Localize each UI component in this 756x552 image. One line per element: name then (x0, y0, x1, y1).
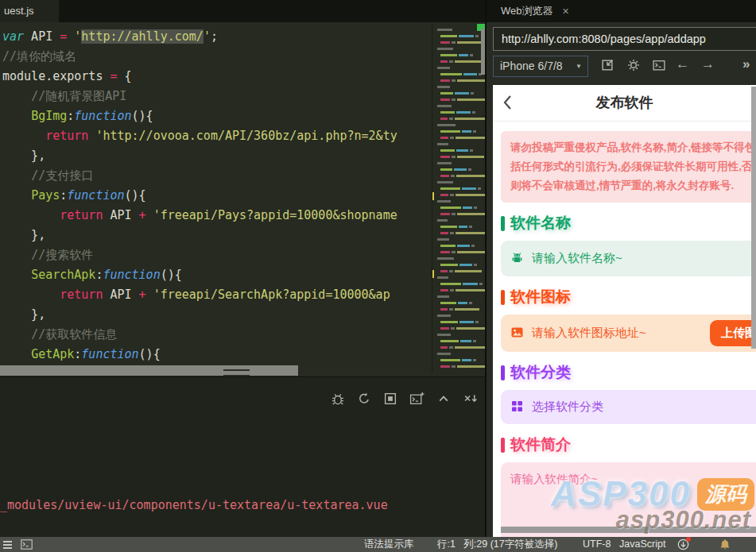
preview-horizontal-scrollbar[interactable] (501, 527, 756, 533)
section-header-category: 软件分类 (501, 362, 756, 383)
page-preview: 发布软件 请勿投稿严重侵权产品,软件名称,简介,链接等不得包括任何形式的引流行为… (493, 85, 756, 537)
hbuilderx-window: uest.js var API = 'http://ahlly.com/';//… (0, 0, 756, 552)
gear-icon[interactable] (626, 58, 641, 75)
new-terminal-icon[interactable] (409, 392, 425, 406)
section-header-intro: 软件简介 (501, 434, 756, 455)
editor-horizontal-scrollbar[interactable] (0, 365, 298, 376)
forward-icon[interactable]: → (701, 56, 715, 72)
console-toolbar (331, 392, 479, 406)
warning-notice: 请勿投稿严重侵权产品,软件名称,简介,链接等不得包括任何形式的引流行为,必须保证… (501, 131, 756, 203)
url-input[interactable]: http://ahlly.com:8080/pages/app/addapp (493, 27, 756, 51)
close-icon[interactable]: × (563, 0, 569, 22)
panel-resize-grip[interactable] (223, 369, 250, 376)
section-header-icon: 软件图标 (501, 287, 756, 307)
syntax-hint-status[interactable]: 语法提示库 (364, 537, 414, 552)
intro-textarea[interactable]: 请输入软件简介~ (501, 462, 756, 537)
status-bar: 语法提示库 行:1 列:29 (17字符被选择) UTF-8 JavaScrip… (0, 537, 756, 552)
app-name-placeholder: 请输入软件名称~ (532, 251, 622, 266)
section-title: 软件简介 (510, 434, 571, 455)
browser-tab-label: Web浏览器 (501, 0, 553, 22)
app-icon-placeholder: 请输入软件图标地址~ (532, 326, 646, 341)
terminal-icon[interactable] (21, 539, 33, 552)
collapse-panel-icon[interactable] (436, 392, 451, 406)
page-header: 发布软件 (493, 85, 756, 122)
category-placeholder: 选择软件分类 (532, 400, 603, 415)
menu-icon[interactable] (3, 539, 12, 549)
restart-icon[interactable] (357, 392, 371, 406)
android-icon (510, 251, 524, 267)
section-title: 软件图标 (510, 287, 571, 307)
editor-tab-request-js[interactable]: uest.js (0, 0, 59, 22)
back-chevron-icon[interactable] (499, 93, 517, 115)
back-icon[interactable]: ← (676, 56, 689, 72)
image-icon (510, 326, 524, 342)
code-editor[interactable]: var API = 'http://ahlly.com/';//填你的域名mod… (0, 22, 487, 376)
terminal-icon[interactable] (652, 58, 666, 75)
chevron-down-icon: ▼ (576, 56, 582, 76)
app-name-input[interactable]: 请输入软件名称~ (501, 241, 756, 276)
upload-image-button[interactable]: 上传图片 (710, 320, 756, 346)
grid-icon (510, 400, 524, 415)
code-text[interactable]: var API = 'http://ahlly.com/';//填你的域名mod… (2, 27, 430, 367)
device-select[interactable]: iPhone 6/7/8 ▼ (493, 56, 588, 77)
editor-tab-bar: uest.js (0, 0, 487, 22)
bell-icon[interactable] (719, 538, 731, 552)
clear-console-icon[interactable] (463, 392, 479, 406)
more-tools-icon[interactable]: » (742, 56, 750, 72)
page-title: 发布软件 (493, 85, 756, 121)
browser-tab[interactable]: Web浏览器 × (501, 0, 569, 22)
console-output-line[interactable]: _modules/uview-ui/components/u-textarea/… (0, 496, 388, 515)
debug-icon[interactable] (331, 392, 345, 406)
preview-vertical-scrollbar[interactable] (751, 87, 756, 349)
update-icon[interactable] (677, 538, 689, 552)
minimap-warning-tick (432, 192, 434, 200)
device-select-value: iPhone 6/7/8 (500, 60, 563, 72)
intro-placeholder: 请输入软件简介~ (510, 472, 598, 487)
encoding-status[interactable]: UTF-8 (583, 537, 611, 552)
section-title: 软件名称 (510, 213, 571, 234)
notification-dot (686, 537, 691, 542)
browser-tab-bar: Web浏览器 × (487, 0, 756, 22)
stop-icon[interactable] (383, 392, 397, 406)
section-title: 软件分类 (510, 362, 571, 383)
section-header-name: 软件名称 (501, 213, 756, 234)
cursor-position-status[interactable]: 行:1 列:29 (17字符被选择) (437, 537, 557, 552)
console-panel: _modules/uview-ui/components/u-textarea/… (0, 376, 487, 538)
editor-minimap[interactable] (432, 22, 487, 373)
minimap-warning-tick (432, 270, 434, 278)
language-status[interactable]: JavaScript (619, 537, 665, 552)
category-select[interactable]: 选择软件分类 (501, 390, 756, 424)
app-icon-url-input[interactable]: 请输入软件图标地址~ 上传图片 (501, 315, 756, 352)
open-external-icon[interactable] (600, 58, 614, 75)
browser-panel: Web浏览器 × http://ahlly.com:8080/pages/app… (487, 0, 756, 537)
